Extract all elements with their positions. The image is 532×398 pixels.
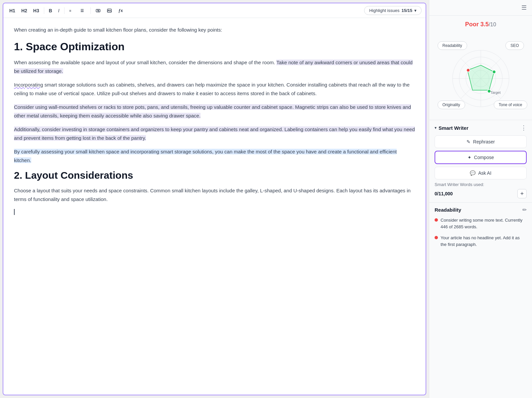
h3-button[interactable]: H3: [31, 7, 41, 15]
highlight-count: 15/15: [401, 8, 412, 13]
toolbar: H1 H2 H3 B I ≡ ☰: [3, 3, 426, 18]
smart-writer-title: Smart Writer: [439, 125, 468, 131]
toolbar-divider-3: [90, 7, 91, 14]
highlight-label: Highlight issues: [369, 8, 399, 13]
target-label: Target: [490, 91, 501, 95]
score-label: Poor 3.5/10: [465, 21, 496, 28]
svg-text:≡: ≡: [69, 9, 71, 13]
paragraph-2: Incorporating smart storage solutions su…: [14, 81, 415, 98]
editor-container: H1 H2 H3 B I ≡ ☰: [3, 3, 426, 395]
intro-paragraph: When creating an in-depth guide to small…: [14, 26, 415, 34]
chip-tone-of-voice[interactable]: Tone of voice: [494, 100, 527, 109]
text-cursor: [14, 209, 15, 215]
readability-text-2: Your article has no headline yet. Add it…: [441, 235, 527, 248]
readability-dot-2: [435, 236, 438, 239]
para5-partial: By carefully assessing your small kitche…: [14, 149, 397, 163]
score-section: Poor 3.5/10: [429, 16, 532, 120]
rephraser-icon: ✎: [466, 139, 470, 144]
unordered-list-button[interactable]: ☰: [78, 7, 88, 15]
ask-ai-icon: 💬: [470, 170, 475, 176]
smart-writer-chevron-icon: ▾: [435, 125, 437, 130]
bold-button[interactable]: B: [47, 7, 54, 15]
para2-rest: smart storage solutions such as cabinets…: [14, 82, 410, 96]
rephraser-label: Rephraser: [473, 139, 495, 144]
right-sidebar: ☰ Poor 3.5/10: [429, 0, 532, 398]
readability-header: Readability ✏: [435, 207, 527, 213]
readability-item-2: Your article has no headline yet. Add it…: [435, 235, 527, 248]
compose-icon: ✦: [467, 155, 471, 160]
chip-seo[interactable]: SEO: [505, 41, 524, 50]
paragraph-5: By carefully assessing your small kitche…: [14, 147, 415, 164]
readability-item-1: Consider writing some more text. Current…: [435, 217, 527, 230]
score-denom: /10: [489, 22, 496, 27]
paragraph-3: Consider using wall-mounted shelves or r…: [14, 103, 415, 120]
words-count: 0/11,000: [435, 191, 453, 196]
add-words-button[interactable]: +: [517, 189, 527, 198]
smart-writer-header: ▾ Smart Writer ⋮: [435, 124, 527, 131]
radar-chart: Readability SEO Originality Tone of voic…: [441, 32, 521, 112]
h1-button[interactable]: H1: [7, 7, 17, 15]
link-icon: [95, 8, 101, 13]
svg-text:☰: ☰: [80, 9, 84, 13]
para3-highlighted: Consider using wall-mounted shelves or r…: [14, 104, 411, 118]
h2-button[interactable]: H2: [19, 7, 29, 15]
para4-highlighted: Additionally, consider investing in stor…: [14, 126, 415, 141]
svg-text:ƒx: ƒx: [118, 8, 123, 13]
readability-dot-1: [435, 218, 438, 222]
paragraph-6: Choose a layout that suits your needs an…: [14, 186, 415, 203]
sidebar-header: ☰: [429, 0, 532, 16]
readability-title: Readability: [435, 207, 461, 213]
smart-writer-more-icon[interactable]: ⋮: [521, 124, 527, 131]
link-button[interactable]: [93, 7, 103, 15]
section1-heading: 1. Space Optimization: [14, 41, 415, 53]
words-label: Smart Writer Words used:: [435, 182, 527, 187]
chip-originality[interactable]: Originality: [438, 100, 465, 109]
compose-label: Compose: [474, 155, 494, 160]
unordered-list-icon: ☰: [80, 8, 86, 13]
smart-writer-title-row: ▾ Smart Writer: [435, 125, 468, 131]
compose-button[interactable]: ✦ Compose: [435, 151, 527, 164]
ordered-list-button[interactable]: ≡: [67, 7, 76, 15]
words-section: Smart Writer Words used: 0/11,000 +: [435, 182, 527, 198]
toolbar-divider-1: [44, 7, 44, 14]
ordered-list-icon: ≡: [69, 8, 74, 13]
highlight-chevron-icon: ▾: [414, 8, 417, 13]
readability-section: Readability ✏ Consider writing some more…: [429, 202, 532, 256]
image-icon: [107, 8, 112, 13]
words-row: 0/11,000 +: [435, 189, 527, 198]
para2-underline: Incorporating: [14, 82, 43, 88]
ask-ai-button[interactable]: 💬 Ask AI: [435, 167, 527, 179]
para1-normal: When assessing the available space and l…: [14, 60, 276, 65]
italic-button[interactable]: I: [56, 7, 62, 15]
editor-content[interactable]: When creating an in-depth guide to small…: [3, 18, 426, 395]
ask-ai-label: Ask AI: [478, 170, 491, 176]
section2-heading: 2. Layout Considerations: [14, 170, 415, 181]
chip-readability[interactable]: Readability: [438, 41, 467, 50]
score-value: 3.5: [480, 21, 489, 28]
paragraph-4: Additionally, consider investing in stor…: [14, 125, 415, 142]
format-clear-button[interactable]: ƒx: [116, 7, 125, 15]
menu-icon[interactable]: ☰: [521, 4, 527, 11]
readability-text-1: Consider writing some more text. Current…: [441, 217, 527, 230]
readability-edit-icon[interactable]: ✏: [522, 207, 527, 213]
format-clear-icon: ƒx: [118, 8, 123, 13]
image-button[interactable]: [105, 7, 114, 15]
toolbar-divider-2: [64, 7, 65, 14]
highlight-issues-button[interactable]: Highlight issues 15/15 ▾: [364, 6, 422, 15]
paragraph-1: When assessing the available space and l…: [14, 58, 415, 75]
rephraser-button[interactable]: ✎ Rephraser: [435, 135, 527, 148]
cursor-line: [14, 209, 415, 215]
smart-writer-section: ▾ Smart Writer ⋮ ✎ Rephraser ✦ Compose 💬…: [429, 120, 532, 202]
chart-labels: Readability SEO Originality Tone of voic…: [441, 32, 521, 112]
score-word: Poor: [465, 21, 480, 28]
